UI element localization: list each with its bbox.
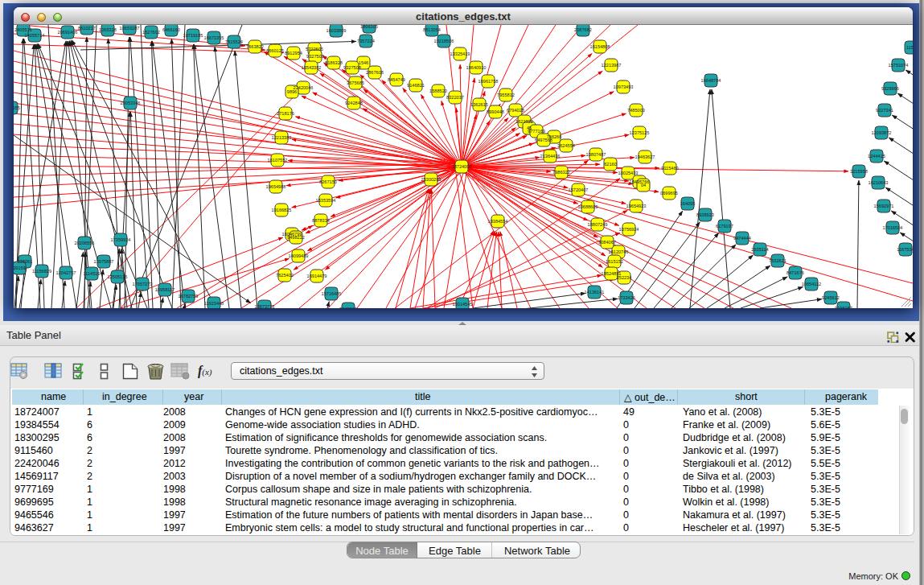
svg-text:1615152: 1615152 bbox=[606, 259, 623, 264]
svg-text:7485003: 7485003 bbox=[627, 108, 645, 113]
svg-text:0699695: 0699695 bbox=[660, 191, 678, 196]
svg-text:7632621: 7632621 bbox=[769, 258, 786, 263]
svg-text:16120746: 16120746 bbox=[609, 249, 629, 254]
svg-text:13325419: 13325419 bbox=[450, 51, 470, 56]
svg-text:9196157: 9196157 bbox=[835, 306, 852, 308]
svg-text:16914479: 16914479 bbox=[307, 274, 327, 278]
svg-text:18807249: 18807249 bbox=[588, 222, 608, 227]
svg-text:3215958: 3215958 bbox=[850, 169, 868, 174]
svg-text:8471676: 8471676 bbox=[786, 270, 804, 275]
svg-text:9146821: 9146821 bbox=[407, 83, 425, 88]
svg-text:15751074: 15751074 bbox=[889, 63, 909, 68]
svg-text:13014545: 13014545 bbox=[453, 302, 473, 307]
svg-text:15692971: 15692971 bbox=[874, 204, 894, 208]
svg-text:21364436: 21364436 bbox=[540, 154, 561, 159]
svg-text:1621022: 1621022 bbox=[515, 119, 533, 124]
svg-text:10958117: 10958117 bbox=[155, 287, 175, 292]
svg-text:1065328: 1065328 bbox=[99, 27, 117, 32]
svg-text:1588520: 1588520 bbox=[429, 89, 447, 93]
svg-text:164095: 164095 bbox=[680, 201, 696, 206]
svg-text:8267150: 8267150 bbox=[319, 179, 337, 184]
svg-text:10653287: 10653287 bbox=[120, 26, 140, 31]
svg-text:16154808: 16154808 bbox=[590, 44, 610, 49]
svg-text:12213967: 12213967 bbox=[602, 63, 622, 68]
svg-text:10025433: 10025433 bbox=[618, 171, 639, 175]
svg-text:17016504: 17016504 bbox=[883, 225, 903, 230]
svg-text:8912954: 8912954 bbox=[285, 51, 302, 56]
svg-text:8938923: 8938923 bbox=[696, 212, 714, 217]
svg-text:7625402: 7625402 bbox=[276, 273, 294, 278]
svg-text:19166825: 19166825 bbox=[272, 208, 292, 212]
svg-text:10654112: 10654112 bbox=[802, 282, 821, 286]
svg-text:13975887: 13975887 bbox=[94, 259, 114, 264]
svg-text:2405571: 2405571 bbox=[14, 27, 32, 32]
svg-text:8990448: 8990448 bbox=[487, 109, 504, 114]
svg-text:8660125: 8660125 bbox=[266, 48, 284, 53]
svg-text:12093872: 12093872 bbox=[872, 130, 892, 135]
svg-text:9245612: 9245612 bbox=[822, 295, 840, 300]
svg-text:12505135: 12505135 bbox=[108, 274, 128, 279]
svg-text:9327503: 9327503 bbox=[306, 54, 324, 59]
svg-text:3675685: 3675685 bbox=[347, 80, 364, 85]
svg-text:9115460: 9115460 bbox=[661, 166, 678, 171]
svg-text:04: 04 bbox=[641, 183, 646, 187]
svg-text:16961758: 16961758 bbox=[478, 79, 499, 84]
svg-text:11923448: 11923448 bbox=[204, 301, 224, 306]
svg-text:19654923: 19654923 bbox=[626, 204, 647, 208]
svg-text:1151: 1151 bbox=[906, 45, 913, 50]
svg-text:6179197: 6179197 bbox=[716, 224, 733, 229]
svg-text:10807487: 10807487 bbox=[586, 152, 606, 157]
svg-text:16543382: 16543382 bbox=[302, 65, 322, 70]
svg-text:7357224: 7357224 bbox=[357, 39, 375, 43]
svg-text:20206556: 20206556 bbox=[75, 241, 95, 245]
svg-text:62160: 62160 bbox=[604, 162, 617, 167]
svg-text:18640910: 18640910 bbox=[466, 65, 487, 70]
svg-text:9245012: 9245012 bbox=[339, 307, 357, 308]
svg-text:12375125: 12375125 bbox=[630, 130, 650, 135]
svg-text:16210643: 16210643 bbox=[869, 180, 889, 185]
svg-text:7515524: 7515524 bbox=[225, 39, 243, 44]
svg-text:19463627: 19463627 bbox=[635, 154, 655, 159]
svg-text:15716485: 15716485 bbox=[322, 291, 342, 296]
svg-text:10756924: 10756924 bbox=[619, 227, 639, 232]
svg-text:6497568: 6497568 bbox=[535, 138, 552, 142]
svg-text:8186328: 8186328 bbox=[325, 60, 343, 65]
svg-text:9896: 9896 bbox=[287, 89, 297, 94]
svg-text:9474444: 9474444 bbox=[733, 236, 751, 241]
svg-text:1527602: 1527602 bbox=[142, 30, 160, 35]
svg-text:7986322: 7986322 bbox=[552, 170, 570, 175]
svg-text:8454749: 8454749 bbox=[388, 77, 405, 82]
svg-text:2718176: 2718176 bbox=[277, 111, 294, 116]
svg-text:8610217: 8610217 bbox=[78, 26, 96, 31]
svg-text:14099489: 14099489 bbox=[289, 253, 309, 258]
svg-text:9242848: 9242848 bbox=[345, 101, 363, 105]
svg-text:6794028: 6794028 bbox=[507, 108, 524, 113]
svg-text:2867608: 2867608 bbox=[366, 70, 384, 75]
svg-text:9327508: 9327508 bbox=[343, 65, 361, 70]
svg-text:1244415: 1244415 bbox=[868, 154, 885, 159]
svg-text:20053346: 20053346 bbox=[121, 101, 141, 105]
svg-text:10973493: 10973493 bbox=[614, 84, 634, 89]
svg-text:2087682: 2087682 bbox=[574, 27, 592, 32]
svg-text:10688609: 10688609 bbox=[578, 204, 598, 209]
svg-text:1362615: 1362615 bbox=[470, 102, 488, 107]
svg-text:19384554: 19384554 bbox=[488, 219, 508, 224]
svg-text:14055714: 14055714 bbox=[25, 33, 45, 38]
svg-text:11156829: 11156829 bbox=[32, 269, 51, 274]
svg-text:1806305: 1806305 bbox=[360, 25, 378, 29]
svg-text:12213383: 12213383 bbox=[272, 135, 292, 140]
svg-text:14136141: 14136141 bbox=[585, 290, 605, 295]
svg-text:13873775: 13873775 bbox=[255, 304, 275, 308]
svg-text:39159: 39159 bbox=[14, 266, 26, 270]
svg-text:7663822: 7663822 bbox=[246, 44, 264, 49]
svg-text:16648784: 16648784 bbox=[701, 78, 721, 83]
svg-text:3624554: 3624554 bbox=[557, 143, 575, 148]
svg-text:8322037: 8322037 bbox=[446, 95, 464, 100]
svg-text:6466160: 6466160 bbox=[162, 27, 180, 32]
svg-text:1114519: 1114519 bbox=[84, 271, 101, 276]
svg-text:7955812: 7955812 bbox=[497, 93, 515, 97]
svg-text:16033809: 16033809 bbox=[326, 28, 347, 33]
svg-text:12042757: 12042757 bbox=[56, 270, 76, 275]
svg-text:252234: 252234 bbox=[617, 275, 632, 280]
svg-text:18495766: 18495766 bbox=[630, 179, 650, 184]
